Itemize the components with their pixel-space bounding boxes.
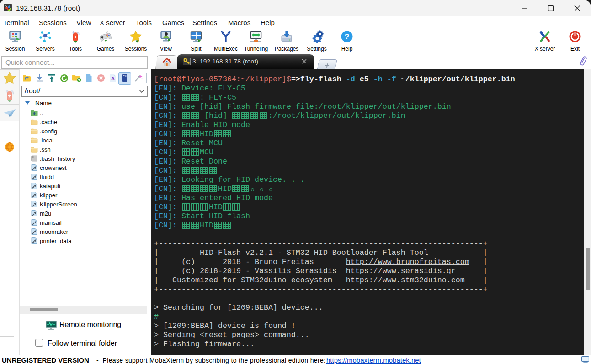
svg-text:?: ? [345, 32, 349, 41]
svg-text:A: A [111, 76, 115, 81]
